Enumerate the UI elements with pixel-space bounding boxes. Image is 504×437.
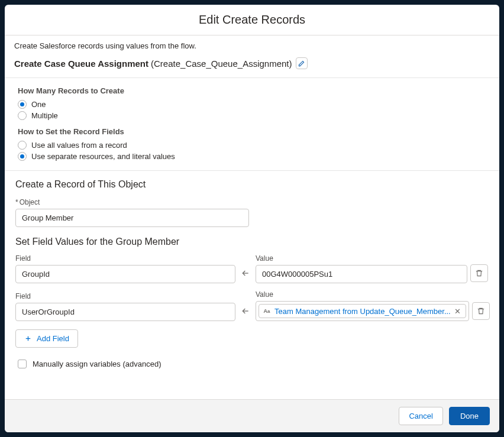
field-values-heading: Set Field Values for the Group Member <box>5 234 499 251</box>
arrow-left-icon <box>241 306 250 316</box>
arrow-left-icon <box>241 268 250 278</box>
edit-name-button[interactable] <box>296 57 308 69</box>
advanced-checkbox[interactable] <box>18 360 27 368</box>
trash-icon <box>477 307 485 315</box>
done-button[interactable]: Done <box>449 407 490 425</box>
delete-cell-1 <box>470 263 489 283</box>
field-label-1: Field <box>15 254 235 263</box>
delete-row-2-button[interactable] <box>472 302 490 320</box>
plus-icon <box>24 335 32 342</box>
edit-create-records-modal: Edit Create Records Create Salesforce re… <box>5 5 499 432</box>
field-value-row-1: Field Value <box>5 251 499 287</box>
field-value-row-2: Field Value Aa Team Management from Upda… <box>5 287 499 325</box>
how-set-label: How to Set the Record Fields <box>18 127 489 136</box>
advanced-checkbox-row[interactable]: Manually assign variables (advanced) <box>5 356 499 378</box>
field-input-1[interactable] <box>15 265 235 283</box>
modal-footer: Cancel Done <box>5 399 499 432</box>
object-label: Object <box>15 198 489 206</box>
radio-one-label: One <box>31 100 46 109</box>
modal-body: Create Salesforce records using values f… <box>5 35 499 399</box>
record-name-row: Create Case Queue Assignment (Create_Cas… <box>5 55 499 77</box>
radio-all-values-label: Use all values from a record <box>31 141 127 150</box>
field-input-2[interactable] <box>15 303 235 321</box>
record-label: Create Case Queue Assignment <box>14 59 148 69</box>
value-label-1: Value <box>256 254 467 263</box>
field-label-2: Field <box>15 292 235 300</box>
value-pill-input-2[interactable]: Aa Team Management from Update_Queue_Mem… <box>256 301 469 321</box>
radio-all-values[interactable]: Use all values from a record <box>18 140 489 151</box>
remove-pill-button[interactable]: ✕ <box>453 307 462 316</box>
value-col-2: Value Aa Team Management from Update_Que… <box>256 290 469 321</box>
value-col-1: Value <box>256 254 467 283</box>
description-text: Create Salesforce records using values f… <box>5 35 499 55</box>
field-col-1: Field <box>15 254 235 283</box>
cancel-button[interactable]: Cancel <box>399 407 442 425</box>
arrow-2 <box>238 301 253 321</box>
advanced-checkbox-label: Manually assign variables (advanced) <box>33 360 161 368</box>
pencil-icon <box>298 60 305 67</box>
radio-one[interactable]: One <box>18 99 489 110</box>
trash-icon <box>475 269 483 277</box>
create-record-heading: Create a Record of This Object <box>5 170 499 193</box>
radio-separate[interactable]: Use separate resources, and literal valu… <box>18 151 489 162</box>
radio-multiple[interactable]: Multiple <box>18 110 489 121</box>
object-field-block: Object <box>5 193 499 234</box>
resource-pill-text: Team Management from Update_Queue_Member… <box>274 307 451 316</box>
value-input-1[interactable] <box>256 265 467 283</box>
modal-header: Edit Create Records <box>5 5 499 35</box>
how-many-section: How Many Records to Create One Multiple … <box>5 77 499 170</box>
delete-cell-2 <box>471 301 490 321</box>
radio-multiple-label: Multiple <box>31 111 58 120</box>
arrow-1 <box>238 263 253 283</box>
value-label-2: Value <box>256 290 469 299</box>
radio-separate-label: Use separate resources, and literal valu… <box>31 152 175 161</box>
add-field-button[interactable]: Add Field <box>15 329 78 348</box>
resource-pill: Aa Team Management from Update_Queue_Mem… <box>259 304 466 318</box>
radio-all-values-input[interactable] <box>18 141 27 150</box>
record-api-name: (Create_Case_Queue_Assignment) <box>151 59 292 69</box>
how-many-label: How Many Records to Create <box>18 86 489 95</box>
radio-multiple-input[interactable] <box>18 111 27 120</box>
delete-row-1-button[interactable] <box>470 264 488 282</box>
add-field-label: Add Field <box>37 334 69 343</box>
object-input[interactable] <box>15 209 249 227</box>
text-type-icon: Aa <box>261 306 272 316</box>
modal-title: Edit Create Records <box>14 13 490 27</box>
radio-one-input[interactable] <box>18 100 27 109</box>
field-col-2: Field <box>15 292 235 321</box>
radio-separate-input[interactable] <box>18 152 27 161</box>
